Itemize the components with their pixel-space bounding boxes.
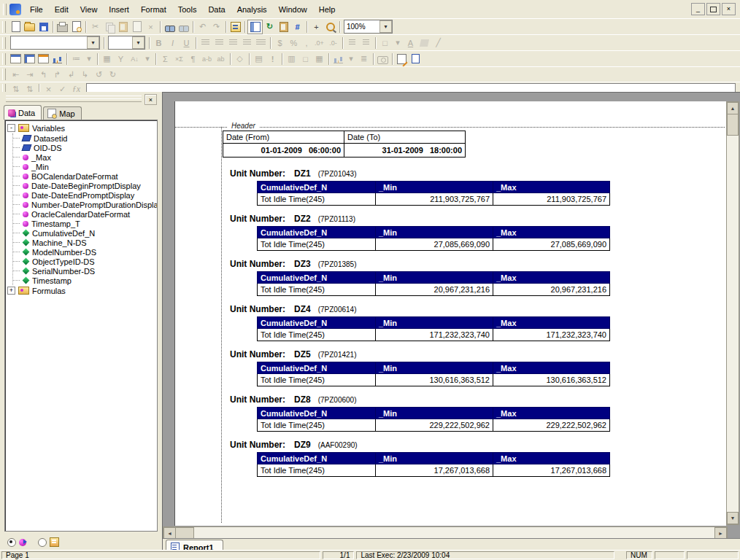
zoom-button[interactable]	[323, 20, 337, 34]
column-header-cumulativedef[interactable]: CumulativeDef_N	[258, 408, 376, 419]
horizontal-scroll-thumb[interactable]	[175, 527, 194, 539]
fill-color-button[interactable]	[417, 36, 431, 50]
column-header-min[interactable]: _Min	[376, 408, 493, 419]
tree-item[interactable]: Date-DateBeginPromptDisplay	[13, 181, 157, 190]
refresh-button[interactable]: ↻	[263, 20, 277, 34]
measure-row-label[interactable]: Tot Idle Time(245)	[258, 374, 376, 386]
paste-button[interactable]	[116, 20, 130, 34]
tree-item[interactable]: OracleCalendarDateFormat	[13, 209, 157, 219]
min-value[interactable]: 17,267,013,668	[376, 464, 493, 477]
rank-button[interactable]: ◇	[233, 52, 247, 66]
measure-row-label[interactable]: Tot Idle Time(245)	[258, 193, 376, 206]
print-button[interactable]	[55, 20, 69, 34]
zoom-select[interactable]: 100% ▾	[344, 20, 393, 34]
min-value[interactable]: 20,967,231,216	[376, 284, 493, 296]
tree-item[interactable]: OID-DS	[13, 143, 157, 152]
column-header-cumulativedef[interactable]: CumulativeDef_N	[258, 227, 376, 238]
snap-grid-button[interactable]: +	[309, 20, 323, 34]
tree-item[interactable]: Machine_N-DS	[13, 238, 157, 247]
filter-button[interactable]: Y	[114, 52, 128, 66]
chart-type-dropdown[interactable]: ▾	[345, 52, 357, 66]
view-pages-button[interactable]	[409, 52, 423, 66]
tree-item[interactable]: _Min	[13, 162, 157, 171]
outline-button[interactable]: ▦	[100, 52, 114, 66]
date-to-header[interactable]: Date (To)	[344, 131, 466, 144]
report-page[interactable]: Header Date (From) Date (To) 01-01-2009 …	[174, 101, 726, 526]
font-color-button[interactable]: A	[404, 36, 417, 50]
menu-view[interactable]: View	[74, 3, 104, 16]
fold-button[interactable]: ▥	[285, 52, 298, 66]
max-value[interactable]: 130,616,363,512	[493, 374, 610, 386]
unit-table[interactable]: CumulativeDef_N _Min _Max Tot Idle Time(…	[257, 271, 610, 296]
borders-dropdown[interactable]: ▾	[392, 36, 404, 50]
align-right-button[interactable]	[226, 36, 240, 50]
column-header-min[interactable]: _Min	[376, 317, 493, 329]
close-icon[interactable]: ×	[722, 3, 736, 15]
unit-table[interactable]: CumulativeDef_N _Min _Max Tot Idle Time(…	[257, 181, 610, 206]
justify-button[interactable]	[240, 36, 254, 50]
date-to-value[interactable]: 31-01-2009 18:00:00	[344, 144, 466, 158]
menu-tools[interactable]: Tools	[172, 3, 203, 16]
measure-row-label[interactable]: Tot Idle Time(245)	[258, 329, 376, 341]
print-preview-button[interactable]	[69, 20, 83, 34]
tree-root-formulas[interactable]: + Formulas	[7, 285, 157, 296]
currency-button[interactable]: $	[273, 36, 287, 50]
variables-tree[interactable]: - Variables Datasetid OID-DS	[4, 120, 158, 532]
measure-row-label[interactable]: Tot Idle Time(245)	[258, 284, 376, 296]
right-scroll-icon[interactable]: ►	[714, 527, 727, 539]
chevron-down-icon[interactable]: ▾	[132, 36, 144, 49]
down-scroll-icon[interactable]: ▼	[727, 512, 739, 524]
format-dropdown[interactable]: ▾	[83, 52, 95, 66]
max-value[interactable]: 171,232,323,740	[493, 329, 610, 341]
insert-table-button[interactable]	[9, 52, 23, 66]
toolbar-grip[interactable]	[2, 53, 6, 65]
column-header-cumulativedef[interactable]: CumulativeDef_N	[258, 272, 376, 284]
tree-item[interactable]: Timestamp	[13, 276, 157, 285]
toolbar-grip[interactable]	[2, 37, 6, 49]
panel-grip[interactable]	[6, 98, 142, 102]
max-value[interactable]: 17,267,013,668	[493, 464, 610, 477]
date-from-value[interactable]: 01-01-2009 06:00:00	[223, 144, 344, 158]
tree-item[interactable]: SerialNumber-DS	[13, 266, 157, 276]
menu-edit[interactable]: Edit	[49, 3, 74, 16]
min-value[interactable]: 171,232,323,740	[376, 329, 493, 341]
app-icon[interactable]	[9, 4, 21, 15]
merge-cells-button[interactable]	[254, 36, 268, 50]
variables-view-option[interactable]	[7, 538, 26, 547]
column-header-max[interactable]: _Max	[493, 227, 610, 238]
comma-button[interactable]: ,	[301, 36, 312, 50]
open-button[interactable]	[23, 20, 36, 34]
unit-table[interactable]: CumulativeDef_N _Min _Max Tot Idle Time(…	[257, 407, 610, 432]
min-value[interactable]: 130,616,363,512	[376, 374, 493, 386]
pivot-left-button[interactable]: ⇤	[9, 68, 23, 81]
toolbar-grip[interactable]	[2, 21, 6, 33]
menu-data[interactable]: Data	[202, 3, 231, 16]
underline-button[interactable]: U	[180, 36, 193, 50]
expand-icon[interactable]: +	[7, 287, 15, 295]
percent-button[interactable]: %	[287, 36, 301, 50]
variables-view-radio[interactable]	[7, 538, 16, 547]
new-button[interactable]	[9, 20, 23, 34]
redo-button[interactable]: ↷	[209, 20, 223, 34]
paste-special-button[interactable]	[130, 20, 144, 34]
count-button[interactable]: ¶	[186, 52, 200, 66]
unit-table[interactable]: CumulativeDef_N _Min _Max Tot Idle Time(…	[257, 362, 610, 386]
tree-item[interactable]: Date-DateEndPromptDisplay	[13, 190, 157, 200]
insert-special-table-button[interactable]	[36, 52, 50, 66]
column-header-max[interactable]: _Max	[493, 317, 610, 329]
find-button[interactable]	[163, 20, 177, 34]
measure-row-label[interactable]: Tot Idle Time(245)	[258, 419, 376, 432]
unit-table[interactable]: CumulativeDef_N _Min _Max Tot Idle Time(…	[257, 316, 610, 341]
min-value[interactable]: 229,222,502,962	[376, 419, 493, 432]
move-row-button[interactable]: ↲	[64, 68, 78, 81]
insert-break-button[interactable]: a-b	[200, 52, 214, 66]
column-header-max[interactable]: _Max	[493, 453, 610, 464]
move-column-button[interactable]: ↳	[78, 68, 92, 81]
drill-button[interactable]: ▦	[312, 52, 326, 66]
column-header-cumulativedef[interactable]: CumulativeDef_N	[258, 182, 376, 193]
up-scroll-icon[interactable]: ▲	[727, 102, 739, 114]
hide-button[interactable]: □	[298, 52, 312, 66]
menu-help[interactable]: Help	[313, 3, 342, 16]
pivot-up-button[interactable]: ↰	[36, 68, 50, 81]
rotate-right-button[interactable]: ↻	[106, 68, 120, 81]
